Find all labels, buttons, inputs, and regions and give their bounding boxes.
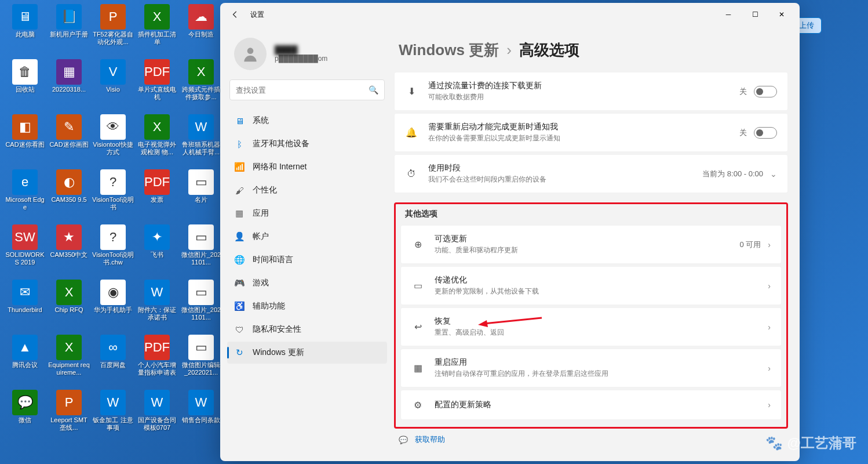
desktop-icon[interactable]: SWSOLIDWORKS 2019 [3, 223, 47, 278]
desktop-icon[interactable]: W鲁班猫系机器人机械手臂... [179, 113, 223, 168]
desktop-icon[interactable]: W销售合同条款 [179, 389, 223, 444]
nav: 🖥系统ᛒ蓝牙和其他设备📶网络和 Internet🖌个性化▦应用👤帐户🌐时间和语言… [227, 110, 387, 364]
desktop-icon[interactable]: W国产设备合同模板0707 [135, 389, 179, 444]
desktop-icon[interactable]: X电子视觉弹外观检测 物... [135, 113, 179, 168]
desktop-icon[interactable]: PTF52雾化器自动化外观... [91, 3, 135, 58]
desktop-icon[interactable]: ▭微信图片编辑_2022021... [179, 334, 223, 389]
file-icon: 💬 [12, 390, 38, 415]
file-icon: ✎ [56, 114, 82, 140]
breadcrumb-parent[interactable]: Windows 更新 [399, 41, 499, 59]
nav-item[interactable]: 🌐时间和语言 [227, 249, 387, 271]
nav-icon: 🌐 [234, 255, 245, 265]
desktop-icon[interactable]: XEquipment requireme... [47, 334, 91, 389]
file-icon: SW [12, 224, 38, 250]
svg-point-0 [247, 48, 254, 54]
desktop-icon[interactable]: ✉Thunderbird [3, 278, 47, 334]
card-title: 恢复 [435, 316, 757, 327]
settings-card[interactable]: ↩ 恢复重置、高级启动、返回 › [400, 307, 782, 346]
desktop-icon[interactable]: ◧CAD迷你看图 [3, 113, 47, 168]
toggle-switch[interactable] [754, 127, 777, 139]
desktop-icon[interactable]: W附件六：保证承诺书 [135, 278, 179, 334]
desktop-icon[interactable]: ▭微信图片_2021101... [179, 278, 223, 334]
file-icon: ▭ [188, 280, 214, 305]
file-icon: ∞ [100, 335, 126, 360]
desktop-icon[interactable]: 👁Visiontool快捷方式 [91, 113, 135, 168]
nav-icon: 📶 [234, 162, 245, 172]
desktop-icon[interactable]: X跨频式元件插件摄取参... [179, 58, 223, 113]
desktop-icon[interactable]: ▭名片 [179, 168, 223, 223]
user-block[interactable]: ████ p████████om [227, 26, 387, 79]
desktop-icon[interactable]: VVisio [91, 58, 135, 113]
desktop-icon[interactable]: XChip RFQ [47, 278, 91, 334]
desktop-icon[interactable]: PDF单片式直线电机 [135, 58, 179, 113]
search-input[interactable] [236, 86, 369, 95]
help-link[interactable]: 💬 获取帮助 [394, 429, 788, 445]
desktop-icon[interactable]: ▦20220318... [47, 58, 91, 113]
file-icon: ▭ [188, 335, 214, 360]
desktop-icon[interactable]: 💬微信 [3, 389, 47, 444]
desktop-icon[interactable]: ▭微信图片_2021101... [179, 223, 223, 278]
nav-label: 个性化 [253, 185, 277, 195]
file-icon: PDF [144, 335, 170, 360]
desktop-icon[interactable]: eMicrosoft Edge [3, 168, 47, 223]
settings-card[interactable]: ⏱ 使用时段我们不会在这些时间段内重启你的设备 当前为 8:00 - 0:00⌄ [394, 154, 788, 193]
desktop-icon[interactable]: 📘新机用户手册 [47, 3, 91, 58]
desktop-icon[interactable]: X插件机加工清单 [135, 3, 179, 58]
breadcrumb-separator: › [506, 41, 512, 59]
desktop-icon[interactable]: W钣金加工 注意事项 [91, 389, 135, 444]
icon-label: CAD迷你看图 [5, 141, 44, 148]
nav-label: 辅助功能 [253, 301, 285, 311]
desktop-icon[interactable]: ◐CAM350 9.5 [47, 168, 91, 223]
toggle-switch[interactable] [754, 86, 777, 97]
card-desc: 在你的设备需要重启以完成更新时显示通知 [428, 133, 729, 143]
nav-icon: 🖥 [234, 115, 245, 126]
icon-label: 个人小汽车增量指标申请表 [136, 361, 178, 376]
settings-card[interactable]: ⬇ 通过按流量计费的连接下载更新可能收取数据费用 关 [394, 72, 788, 111]
desktop-icon[interactable]: ?VisionTool说明书.chw [91, 223, 135, 278]
desktop-icon[interactable]: ✎CAD迷你画图 [47, 113, 91, 168]
settings-card[interactable]: ⚙ 配置的更新策略 › [400, 390, 782, 420]
nav-item[interactable]: ♿辅助功能 [227, 295, 387, 317]
card-desc: 我们不会在这些时间段内重启你的设备 [428, 175, 692, 184]
minimize-button[interactable]: ─ [715, 5, 742, 24]
user-email: p████████om [275, 55, 327, 63]
close-button[interactable]: ✕ [768, 5, 795, 24]
desktop-icon[interactable]: ✦飞书 [135, 223, 179, 278]
icon-label: 今日制造 [188, 31, 214, 38]
nav-item[interactable]: 🖥系统 [227, 110, 387, 132]
nav-item[interactable]: 🛡隐私和安全性 [227, 318, 387, 340]
file-icon: PDF [144, 169, 170, 195]
nav-item[interactable]: 🎮游戏 [227, 272, 387, 294]
nav-item[interactable]: 👤帐户 [227, 226, 387, 248]
user-name: ████ [275, 45, 327, 55]
desktop-icon[interactable]: ∞百度网盘 [91, 334, 135, 389]
desktop-icon[interactable]: ★CAM350中文 [47, 223, 91, 278]
nav-item[interactable]: ᛒ蓝牙和其他设备 [227, 133, 387, 155]
settings-card[interactable]: ▦ 重启应用注销时自动保存可重启的应用，并在登录后重启这些应用 › [400, 349, 782, 387]
icon-label: 销售合同条款 [182, 416, 220, 424]
settings-card[interactable]: 🔔 需要重新启动才能完成更新时通知我在你的设备需要重启以完成更新时显示通知 关 [394, 113, 788, 152]
file-icon: ▦ [56, 59, 82, 85]
nav-icon: ▦ [234, 208, 245, 219]
nav-item[interactable]: ↻Windows 更新 [227, 342, 387, 364]
settings-card[interactable]: ⊕ 可选更新功能、质量和驱动程序更新 0 可用› [400, 225, 782, 264]
nav-item[interactable]: 🖌个性化 [227, 179, 387, 201]
icon-label: CAD迷你画图 [49, 141, 88, 148]
desktop-icon[interactable]: PLeeport SMT 垄线... [47, 389, 91, 444]
desktop-icon[interactable]: PDF个人小汽车增量指标申请表 [135, 334, 179, 389]
back-button[interactable] [225, 4, 246, 25]
search-box[interactable]: 🔍 [229, 79, 385, 100]
desktop-icon[interactable]: ▲腾讯会议 [3, 334, 47, 389]
nav-item[interactable]: ▦应用 [227, 202, 387, 224]
desktop-icon[interactable]: 🗑回收站 [3, 58, 47, 113]
desktop-icon[interactable]: 🖥此电脑 [3, 3, 47, 58]
desktop-icon[interactable]: PDF发票 [135, 168, 179, 223]
desktop-icon[interactable]: ◉华为手机助手 [91, 278, 135, 334]
section-title: 其他选项 [405, 209, 782, 219]
desktop-icon[interactable]: ?VisionTool说明书 [91, 168, 135, 223]
settings-card[interactable]: ▭ 传递优化更新的带宽限制，从其他设备下载 › [400, 266, 782, 305]
maximize-button[interactable]: ☐ [742, 5, 768, 24]
desktop-icon[interactable]: ☁今日制造 [179, 3, 223, 58]
nav-item[interactable]: 📶网络和 Internet [227, 156, 387, 178]
icon-label: CAM350 9.5 [51, 196, 86, 204]
